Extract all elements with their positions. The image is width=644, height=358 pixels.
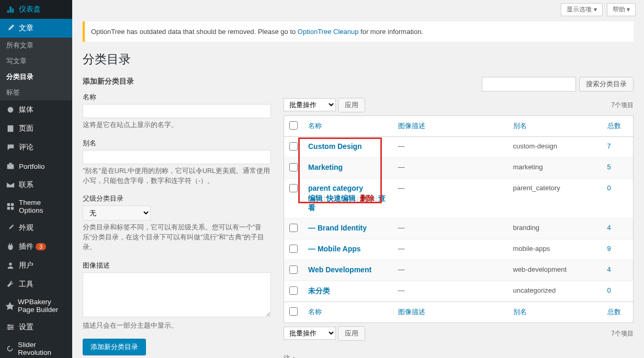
row-checkbox[interactable]	[289, 245, 298, 253]
slider-icon	[5, 343, 15, 354]
sidebar-sub-item[interactable]: 标签	[0, 85, 72, 100]
sidebar-item-label: 用户	[19, 261, 33, 270]
portfolio-icon	[5, 161, 16, 171]
name-input[interactable]	[83, 104, 271, 118]
col-count-footer[interactable]: 总数	[607, 308, 621, 316]
select-all-top[interactable]	[289, 121, 298, 130]
search-input[interactable]	[482, 77, 576, 91]
row-edit[interactable]: 编辑	[308, 194, 323, 202]
category-count-link[interactable]: 0	[607, 286, 611, 294]
sidebar-item-appearance[interactable]: 外观	[0, 218, 72, 237]
category-count-link[interactable]: 4	[607, 265, 611, 273]
sidebar-item-label: 联系	[19, 180, 33, 190]
sidebar-item-posts[interactable]: 文章	[0, 19, 72, 38]
row-delete[interactable]: 删除	[360, 194, 375, 202]
sidebar-sub-item[interactable]: 所有文章	[0, 38, 72, 53]
sidebar-item-label: 文章	[19, 24, 33, 33]
category-slug: custom-design	[508, 137, 602, 158]
sidebar-item-slider[interactable]: Slider Revolution	[0, 337, 72, 358]
sidebar-item-label: 工具	[19, 280, 33, 289]
slug-input[interactable]	[83, 150, 271, 164]
category-count-link[interactable]: 9	[607, 245, 611, 252]
category-count-link[interactable]: 7	[607, 142, 611, 150]
screen-options-button[interactable]: 显示选项 ▾	[561, 3, 602, 16]
row-checkbox[interactable]	[289, 265, 298, 274]
slug-label: 别名	[83, 138, 271, 148]
dashboard-icon	[5, 4, 16, 15]
row-checkbox[interactable]	[289, 286, 298, 295]
sidebar-item-plugins[interactable]: 插件3	[0, 237, 72, 256]
col-count-header[interactable]: 总数	[607, 122, 621, 130]
row-checkbox[interactable]	[289, 163, 298, 171]
col-slug-header[interactable]: 别名	[513, 122, 527, 130]
tools-icon	[5, 279, 16, 290]
row-actions: 编辑|快速编辑|删除|查看	[308, 194, 388, 213]
svg-rect-5	[11, 203, 14, 206]
bulk-apply-bottom[interactable]: 应用	[338, 326, 365, 341]
sidebar-item-label: 仪表盘	[19, 5, 41, 14]
bulk-apply-top[interactable]: 应用	[338, 98, 365, 112]
category-slug: branding	[508, 218, 602, 239]
select-all-bottom[interactable]	[289, 307, 298, 316]
sidebar-item-portfolio[interactable]: Portfolio	[0, 157, 72, 176]
sidebar-item-label: 评论	[19, 143, 33, 152]
image-desc-label: 图像描述	[83, 261, 271, 270]
col-slug-footer[interactable]: 别名	[513, 308, 527, 316]
item-count-bottom: 7个项目	[611, 329, 634, 338]
sidebar-item-tools[interactable]: 工具	[0, 275, 72, 294]
sidebar-item-label: WPBakery Page Builder	[18, 298, 67, 314]
page-title: 分类目录	[83, 51, 634, 67]
help-button[interactable]: 帮助 ▾	[607, 3, 636, 16]
row-checkbox[interactable]	[289, 224, 298, 232]
category-name-link[interactable]: parent category	[308, 184, 363, 192]
sidebar-item-pages[interactable]: 页面	[0, 119, 72, 138]
slug-hint: "别名"是在URL中使用的别称，它可以令URL更美观。通常使用小写，只能包含字母…	[83, 166, 271, 186]
category-name-link[interactable]: Marketing	[308, 163, 343, 171]
category-name-link[interactable]: — Brand Identity	[308, 224, 367, 232]
category-name-link[interactable]: — Mobile Apps	[308, 245, 361, 253]
notice-link[interactable]: OptionTree Cleanup	[298, 28, 359, 36]
parent-select[interactable]: 无	[83, 205, 151, 221]
category-desc: —	[393, 158, 508, 179]
table-row: — Mobile Apps—mobile-apps9	[284, 239, 634, 260]
category-slug: web-development	[508, 260, 602, 281]
sidebar-item-label: 插件	[19, 242, 33, 251]
row-checkbox[interactable]	[289, 184, 298, 192]
col-name-header[interactable]: 名称	[308, 122, 322, 130]
col-name-footer[interactable]: 名称	[308, 308, 322, 316]
bulk-action-select-top[interactable]: 批量操作	[284, 98, 336, 111]
wpbakery-icon	[5, 301, 15, 311]
sidebar-item-contact[interactable]: 联系	[0, 176, 72, 194]
row-quick-edit[interactable]: 快速编辑	[326, 194, 356, 202]
sidebar-item-dashboard[interactable]: 仪表盘	[0, 0, 72, 19]
add-category-form: 添加新分类目录 名称 这将是它在站点上显示的名字。 别名 "别名"是在URL中使…	[83, 77, 271, 358]
col-desc-footer[interactable]: 图像描述	[398, 308, 425, 316]
sidebar-item-label: 外观	[19, 223, 33, 233]
sidebar-sub-item[interactable]: 分类目录	[0, 69, 72, 85]
add-category-button[interactable]: 添加新分类目录	[83, 339, 146, 355]
sidebar-submenu: 所有文章写文章分类目录标签	[0, 38, 72, 100]
category-count-link[interactable]: 5	[607, 163, 611, 171]
category-name-link[interactable]: 未分类	[308, 286, 330, 295]
sidebar-item-theme[interactable]: Theme Options	[0, 194, 72, 218]
sidebar-item-settings[interactable]: 设置	[0, 318, 72, 337]
search-button[interactable]: 搜索分类目录	[579, 77, 634, 91]
svg-rect-1	[8, 125, 14, 132]
sidebar-sub-item[interactable]: 写文章	[0, 53, 72, 69]
svg-rect-3	[9, 163, 12, 165]
category-name-link[interactable]: Custom Design	[308, 142, 362, 151]
sidebar-item-media[interactable]: 媒体	[0, 100, 72, 119]
sidebar-item-users[interactable]: 用户	[0, 256, 72, 275]
item-count-top: 7个项目	[611, 101, 634, 110]
category-count-link[interactable]: 0	[607, 184, 611, 192]
col-desc-header[interactable]: 图像描述	[398, 122, 425, 130]
bulk-action-select-bottom[interactable]: 批量操作	[284, 327, 336, 340]
category-desc: —	[393, 260, 508, 281]
sidebar-item-wpbakery[interactable]: WPBakery Page Builder	[0, 294, 72, 318]
sidebar-item-comments[interactable]: 评论	[0, 138, 72, 157]
category-count-link[interactable]: 4	[607, 224, 611, 232]
category-name-link[interactable]: Web Development	[308, 265, 371, 274]
image-desc-textarea[interactable]	[83, 272, 271, 317]
row-checkbox[interactable]	[289, 142, 298, 151]
sidebar-item-label: Slider Revolution	[18, 341, 67, 356]
